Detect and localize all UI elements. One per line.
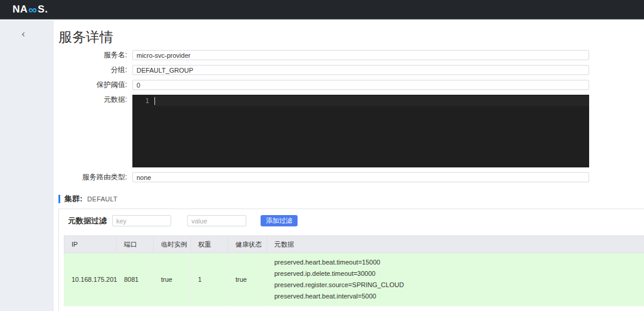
left-sidebar: ‹ bbox=[0, 20, 54, 311]
logo-text-suffix: S. bbox=[38, 4, 48, 15]
instance-table-row: 10.168.175.201 8081 true 1 true preserve… bbox=[64, 253, 644, 306]
form-row-metadata: 元数据: 1 bbox=[54, 95, 644, 167]
instance-table-header-row: IP 端口 临时实例 权重 健康状态 元数据 bbox=[64, 236, 644, 253]
top-navbar: NA ∞ S. bbox=[0, 0, 644, 20]
infinity-icon: ∞ bbox=[29, 5, 38, 15]
add-filter-button[interactable]: 添加过滤 bbox=[261, 215, 298, 226]
route-type-input[interactable] bbox=[132, 172, 589, 182]
cell-healthy: true bbox=[228, 253, 267, 306]
form-row-route-type: 服务路由类型: bbox=[54, 172, 644, 182]
service-name-input[interactable] bbox=[132, 50, 589, 60]
editor-line-number: 1 bbox=[132, 97, 149, 105]
main-content: 服务详情 服务名: 分组: 保护阈值: 元数据: 1 服务路由类型: bbox=[54, 20, 644, 311]
cell-port: 8081 bbox=[117, 253, 154, 306]
group-label: 分组: bbox=[54, 65, 132, 75]
column-header-port: 端口 bbox=[117, 236, 154, 253]
cluster-label: 集群: bbox=[64, 194, 82, 204]
form-row-group: 分组: bbox=[54, 65, 644, 75]
column-header-healthy: 健康状态 bbox=[228, 236, 267, 253]
metadata-entry: preserved.ip.delete.timeout=30000 bbox=[274, 268, 644, 279]
filter-key-input[interactable] bbox=[112, 215, 171, 226]
service-detail-form: 服务名: 分组: 保护阈值: 元数据: 1 服务路由类型: bbox=[54, 50, 644, 182]
form-row-protect-threshold: 保护阈值: bbox=[54, 80, 644, 90]
cluster-section-header: 集群: DEFAULT bbox=[58, 194, 644, 204]
column-header-weight: 权重 bbox=[191, 236, 228, 253]
instance-table: IP 端口 临时实例 权重 健康状态 元数据 10.168.175.201 80… bbox=[64, 235, 644, 306]
filter-value-input[interactable] bbox=[187, 215, 246, 226]
cell-metadata: preserved.heart.beat.timeout=15000 prese… bbox=[267, 253, 644, 306]
group-input[interactable] bbox=[132, 65, 589, 75]
route-type-label: 服务路由类型: bbox=[54, 172, 132, 182]
protect-threshold-input[interactable] bbox=[132, 80, 589, 90]
collapse-back-icon[interactable]: ‹ bbox=[18, 29, 28, 39]
cell-weight: 1 bbox=[191, 253, 228, 306]
metadata-entry: preserved.heart.beat.interval=5000 bbox=[274, 291, 644, 302]
metadata-entry: preserved.heart.beat.timeout=15000 bbox=[274, 257, 644, 268]
cluster-panel: 元数据过滤 添加过滤 IP 端口 临时实例 权重 健康状态 元数据 bbox=[58, 209, 644, 311]
form-row-service-name: 服务名: bbox=[54, 50, 644, 60]
metadata-filter-label: 元数据过滤 bbox=[68, 216, 107, 226]
metadata-code-editor[interactable]: 1 bbox=[132, 95, 589, 167]
logo-text-prefix: NA bbox=[13, 4, 28, 15]
protect-threshold-label: 保护阈值: bbox=[54, 80, 132, 90]
service-name-label: 服务名: bbox=[54, 50, 132, 60]
page-title: 服务详情 bbox=[58, 28, 644, 46]
metadata-label: 元数据: bbox=[54, 95, 132, 105]
column-header-ephemeral: 临时实例 bbox=[154, 236, 191, 253]
nacos-logo[interactable]: NA ∞ S. bbox=[13, 4, 48, 15]
metadata-filter-bar: 元数据过滤 添加过滤 bbox=[68, 215, 644, 226]
column-header-ip: IP bbox=[64, 236, 117, 253]
cluster-name: DEFAULT bbox=[87, 195, 117, 203]
editor-cursor bbox=[154, 97, 155, 105]
cell-ephemeral: true bbox=[154, 253, 191, 306]
metadata-entry: preserved.register.source=SPRING_CLOUD bbox=[274, 279, 644, 291]
cell-ip: 10.168.175.201 bbox=[64, 253, 117, 306]
column-header-metadata: 元数据 bbox=[267, 236, 644, 253]
editor-current-line-highlight bbox=[154, 96, 589, 106]
cluster-accent-bar bbox=[58, 195, 60, 203]
